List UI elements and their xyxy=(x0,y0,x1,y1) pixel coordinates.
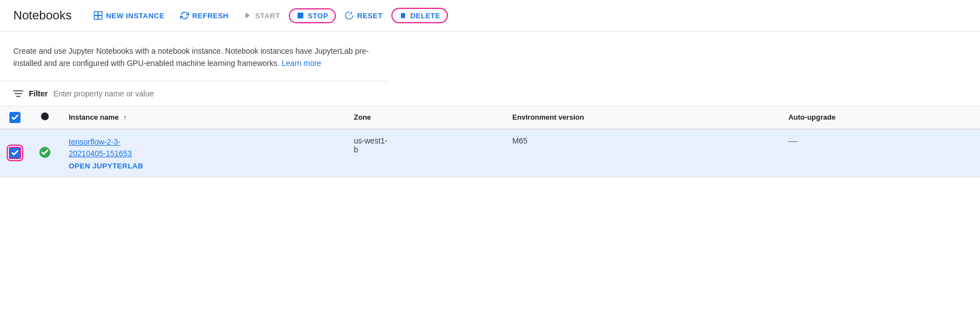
svg-marker-3 xyxy=(246,13,250,19)
reset-icon xyxy=(345,11,354,20)
select-all-checkbox[interactable] xyxy=(9,112,21,123)
row-checkbox[interactable] xyxy=(9,147,21,159)
svg-rect-1 xyxy=(95,15,101,16)
learn-more-link[interactable]: Learn more xyxy=(282,59,321,68)
delete-button[interactable]: DELETE xyxy=(391,8,448,23)
status-header-dot xyxy=(41,112,49,120)
toolbar: Notebooks NEW INSTANCE REFRESH START STO… xyxy=(0,0,980,32)
stop-button[interactable]: STOP xyxy=(289,8,336,23)
env-version-header: Environment version xyxy=(503,106,779,129)
status-header-cell xyxy=(30,106,60,129)
filter-bar: Filter xyxy=(0,81,980,106)
sort-ascending-icon: ↑ xyxy=(123,114,126,121)
filter-input[interactable] xyxy=(53,89,967,98)
instance-name-label: Instance name xyxy=(69,113,119,121)
delete-label: DELETE xyxy=(410,12,440,20)
row-status-cell xyxy=(30,129,60,177)
stop-icon xyxy=(297,12,304,19)
description-section: Create and use Jupyter Notebooks with a … xyxy=(0,32,388,81)
reset-label: RESET xyxy=(357,12,382,20)
new-instance-button[interactable]: NEW INSTANCE xyxy=(87,8,171,23)
row-zone-cell: us-west1-b xyxy=(345,129,503,177)
stop-label: STOP xyxy=(308,12,328,20)
filter-label: Filter xyxy=(29,89,48,98)
env-version-value: M65 xyxy=(512,136,527,145)
start-icon xyxy=(244,12,252,19)
instance-name-link[interactable]: tensorflow-2-3-20210405-151653 xyxy=(69,137,132,158)
reset-button[interactable]: RESET xyxy=(338,8,389,23)
svg-point-5 xyxy=(349,15,350,16)
instances-table: Instance name ↑ Zone Environment version… xyxy=(0,106,980,177)
row-auto-upgrade-cell: — xyxy=(779,129,980,177)
filter-icon xyxy=(13,90,23,98)
page-title: Notebooks xyxy=(13,8,72,23)
status-green-icon xyxy=(39,146,51,158)
plus-icon xyxy=(94,11,103,20)
start-button[interactable]: START xyxy=(237,8,287,23)
new-instance-label: NEW INSTANCE xyxy=(106,12,164,20)
table-row: tensorflow-2-3-20210405-151653 OPEN JUPY… xyxy=(0,129,980,177)
checkbox-header-cell xyxy=(0,106,30,129)
table-header-row: Instance name ↑ Zone Environment version… xyxy=(0,106,980,129)
refresh-button[interactable]: REFRESH xyxy=(173,8,236,23)
refresh-label: REFRESH xyxy=(192,12,229,20)
start-label: START xyxy=(255,12,280,20)
auto-upgrade-header: Auto-upgrade xyxy=(779,106,980,129)
zone-value: us-west1-b xyxy=(354,136,387,154)
refresh-icon xyxy=(180,11,189,20)
instance-name-header[interactable]: Instance name ↑ xyxy=(60,106,345,129)
svg-rect-4 xyxy=(298,13,304,19)
zone-header: Zone xyxy=(345,106,503,129)
auto-upgrade-value: — xyxy=(788,136,797,146)
row-instance-name-cell: tensorflow-2-3-20210405-151653 OPEN JUPY… xyxy=(60,129,345,177)
delete-icon xyxy=(399,11,407,20)
open-jupyterlab-button[interactable]: OPEN JUPYTERLAB xyxy=(69,162,336,170)
row-env-version-cell: M65 xyxy=(503,129,779,177)
row-checkbox-cell xyxy=(0,129,30,177)
